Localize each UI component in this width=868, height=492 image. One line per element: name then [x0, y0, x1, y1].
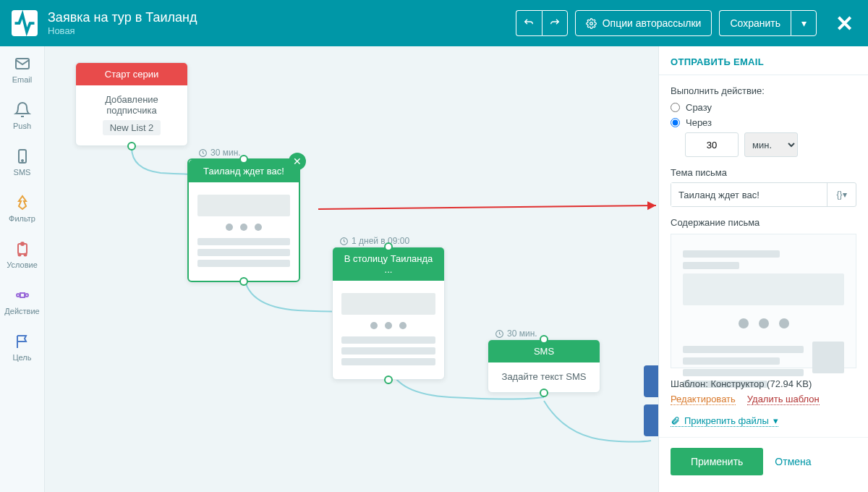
autoresponder-options-button[interactable]: Опции авторассылки [575, 10, 712, 36]
flow-canvas[interactable]: Старт серии Добавление подписчика New Li… [45, 46, 658, 492]
attach-files-link[interactable]: Прикрепить файлы ▾ [671, 415, 778, 427]
node-start[interactable]: Старт серии Добавление подписчика New Li… [75, 62, 188, 146]
element-palette: Email Push SMS Фильтр Условие Действие Ц… [0, 46, 45, 492]
port-in[interactable] [239, 155, 248, 164]
delay-label-3: 30 мин. [495, 328, 537, 339]
clock-icon [339, 237, 349, 246]
clock-icon [495, 329, 504, 339]
svg-point-7 [24, 254, 26, 256]
palette-email[interactable]: Email [0, 46, 44, 93]
edit-template-link[interactable]: Редактировать [671, 394, 736, 405]
save-dropdown-button[interactable]: ▾ [791, 10, 817, 36]
node-list-tag: New List 2 [103, 120, 161, 135]
palette-action[interactable]: Действие [0, 278, 44, 324]
flag-icon [14, 333, 31, 350]
cancel-link[interactable]: Отмена [775, 456, 811, 467]
clock-icon [198, 148, 208, 158]
palette-filter[interactable]: Фильтр [0, 185, 44, 232]
palette-goal[interactable]: Цель [0, 324, 44, 370]
action-timing-label: Выполнить действие: [671, 85, 856, 96]
email-icon [14, 55, 31, 72]
node-sms[interactable]: SMS Задайте текст SMS [488, 339, 600, 393]
port-in[interactable] [384, 242, 393, 251]
paperclip-icon [671, 416, 680, 425]
svg-point-3 [22, 160, 23, 161]
node-email-1[interactable]: ✕ Таиланд ждет вас! [187, 158, 300, 282]
undo-button[interactable] [516, 10, 542, 36]
flow-status: Новая [48, 25, 197, 36]
delay-unit-select[interactable]: мин. [744, 132, 798, 157]
port-out[interactable] [127, 142, 136, 150]
palette-condition[interactable]: Условие [0, 232, 44, 278]
email-thumbnail [197, 191, 290, 271]
palette-push[interactable]: Push [0, 93, 44, 139]
apply-button[interactable]: Применить [671, 448, 763, 475]
template-info: Шаблон: Конструктор (72.94 KB) Редактиро… [671, 378, 856, 405]
email-preview [671, 234, 856, 368]
radio-immediate[interactable] [671, 103, 680, 112]
svg-point-6 [18, 254, 20, 256]
save-button-group: Сохранить ▾ [719, 10, 817, 36]
port-in[interactable] [540, 335, 548, 344]
app-logo-icon [12, 10, 38, 36]
flow-title: Заявка на тур в Таиланд [48, 10, 197, 26]
node-email-2[interactable]: В столицу Таиланда ... [332, 247, 445, 380]
node-partial-offscreen-2[interactable] [644, 404, 658, 436]
app-header: Заявка на тур в Таиланд Новая Опции авто… [0, 0, 868, 46]
email-thumbnail [341, 289, 435, 369]
condition-icon [14, 240, 31, 258]
action-icon [14, 287, 31, 304]
delay-label-1: 30 мин. [198, 148, 241, 158]
svg-point-0 [590, 22, 592, 25]
node-title: В столицу Таиланда ... [333, 247, 444, 281]
properties-panel: ОТПРАВИТЬ EMAIL Выполнить действие: Сраз… [658, 46, 868, 492]
header-title-block: Заявка на тур в Таиланд Новая [48, 10, 197, 37]
delay-label-2: 1 дней в 09:00 [339, 236, 409, 246]
bell-icon [14, 101, 31, 119]
node-body-text: Задайте текст SMS [502, 371, 587, 382]
close-button[interactable]: ✕ [833, 11, 856, 36]
port-out[interactable] [384, 376, 393, 384]
filter-icon [14, 194, 31, 211]
svg-line-11 [318, 205, 656, 209]
node-title: Старт серии [76, 63, 187, 85]
subject-input[interactable] [671, 183, 827, 206]
panel-title: ОТПРАВИТЬ EMAIL [659, 46, 868, 75]
port-out[interactable] [239, 277, 248, 286]
node-partial-offscreen[interactable] [644, 365, 658, 397]
save-button[interactable]: Сохранить [719, 10, 791, 36]
insert-variable-button[interactable]: {}▾ [827, 183, 856, 206]
port-out[interactable] [540, 389, 548, 397]
delete-node-button[interactable]: ✕ [289, 153, 306, 170]
chevron-down-icon: ▾ [773, 415, 778, 426]
svg-rect-10 [20, 293, 25, 297]
undo-redo-group [516, 10, 568, 36]
delete-template-link[interactable]: Удалить шаблон [747, 394, 820, 405]
node-desc: Добавление подписчика [85, 94, 179, 116]
delay-value-input[interactable] [685, 132, 739, 157]
subject-label: Тема письма [671, 167, 856, 178]
svg-point-9 [25, 294, 28, 297]
content-label: Содержание письма [671, 217, 856, 228]
svg-point-8 [17, 294, 20, 297]
radio-delay[interactable] [671, 118, 680, 127]
redo-button[interactable] [542, 10, 568, 36]
palette-sms[interactable]: SMS [0, 139, 44, 185]
phone-icon [14, 148, 31, 165]
